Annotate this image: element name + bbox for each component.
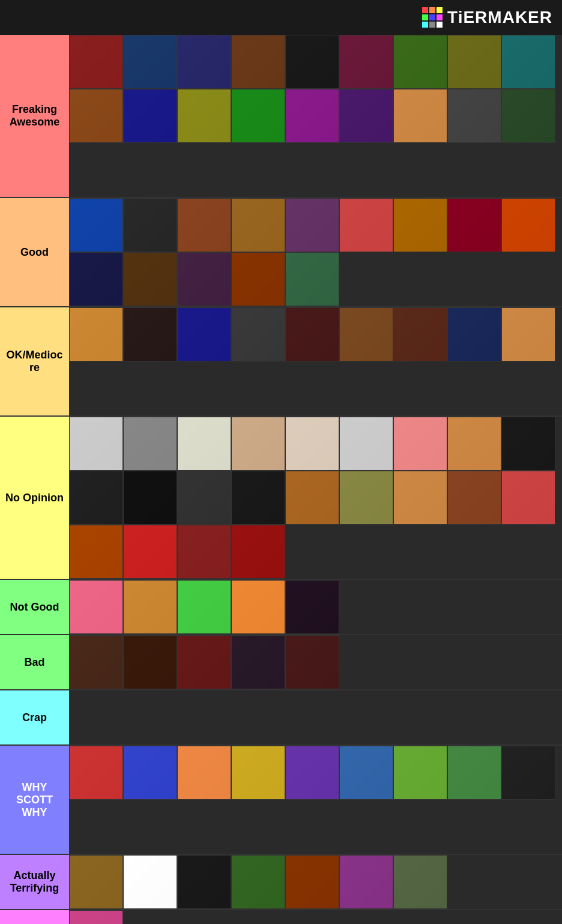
list-item[interactable] <box>447 471 501 525</box>
list-item[interactable] <box>69 635 123 689</box>
list-item[interactable] <box>447 746 501 800</box>
list-item[interactable] <box>231 525 285 579</box>
list-item[interactable] <box>177 471 231 525</box>
tier-label-no-opinion: No Opinion <box>0 417 69 579</box>
list-item[interactable] <box>285 35 339 89</box>
cell-image <box>124 89 177 142</box>
list-item[interactable] <box>177 89 231 143</box>
list-item[interactable] <box>69 417 123 471</box>
list-item[interactable] <box>177 855 231 909</box>
list-item[interactable] <box>123 525 177 579</box>
list-item[interactable] <box>393 89 447 143</box>
list-item[interactable] <box>123 635 177 689</box>
list-item[interactable] <box>339 746 393 800</box>
list-item[interactable] <box>447 417 501 471</box>
list-item[interactable] <box>177 252 231 306</box>
list-item[interactable] <box>501 198 555 252</box>
list-item[interactable] <box>69 855 123 909</box>
list-item[interactable] <box>123 307 177 361</box>
list-item[interactable] <box>231 89 285 143</box>
tier-content-crap <box>69 690 562 744</box>
list-item[interactable] <box>177 307 231 361</box>
list-item[interactable] <box>501 471 555 525</box>
list-item[interactable] <box>231 307 285 361</box>
list-item[interactable] <box>339 417 393 471</box>
list-item[interactable] <box>231 198 285 252</box>
list-item[interactable] <box>177 746 231 800</box>
list-item[interactable] <box>393 746 447 800</box>
list-item[interactable] <box>285 89 339 143</box>
list-item[interactable] <box>231 471 285 525</box>
list-item[interactable] <box>177 635 231 689</box>
list-item[interactable] <box>231 35 285 89</box>
list-item[interactable] <box>393 198 447 252</box>
list-item[interactable] <box>177 198 231 252</box>
list-item[interactable] <box>69 307 123 361</box>
list-item[interactable] <box>447 35 501 89</box>
list-item[interactable] <box>285 635 339 689</box>
list-item[interactable] <box>231 417 285 471</box>
list-item[interactable] <box>501 307 555 361</box>
list-item[interactable] <box>447 307 501 361</box>
list-item[interactable] <box>501 746 555 800</box>
list-item[interactable] <box>285 307 339 361</box>
list-item[interactable] <box>393 855 447 909</box>
list-item[interactable] <box>123 35 177 89</box>
list-item[interactable] <box>123 471 177 525</box>
list-item[interactable] <box>69 252 123 306</box>
list-item[interactable] <box>123 252 177 306</box>
list-item[interactable] <box>393 307 447 361</box>
tier-content-ok-mediocre <box>69 307 562 415</box>
list-item[interactable] <box>69 910 123 924</box>
list-item[interactable] <box>177 580 231 634</box>
list-item[interactable] <box>285 417 339 471</box>
list-item[interactable] <box>285 580 339 634</box>
list-item[interactable] <box>69 746 123 800</box>
list-item[interactable] <box>123 417 177 471</box>
list-item[interactable] <box>177 35 231 89</box>
list-item[interactable] <box>231 855 285 909</box>
list-item[interactable] <box>231 580 285 634</box>
list-item[interactable] <box>285 252 339 306</box>
list-item[interactable] <box>123 89 177 143</box>
list-item[interactable] <box>69 580 123 634</box>
list-item[interactable] <box>177 417 231 471</box>
list-item[interactable] <box>393 471 447 525</box>
list-item[interactable] <box>393 35 447 89</box>
list-item[interactable] <box>69 89 123 143</box>
list-item[interactable] <box>123 746 177 800</box>
list-item[interactable] <box>69 471 123 525</box>
tier-label-bad: Bad <box>0 635 69 689</box>
list-item[interactable] <box>123 198 177 252</box>
list-item[interactable] <box>339 198 393 252</box>
list-item[interactable] <box>123 855 177 909</box>
list-item[interactable] <box>285 855 339 909</box>
tier-row-freaking-awesome: Freaking Awesome <box>0 35 562 198</box>
list-item[interactable] <box>339 855 393 909</box>
list-item[interactable] <box>285 198 339 252</box>
list-item[interactable] <box>231 746 285 800</box>
list-item[interactable] <box>393 417 447 471</box>
list-item[interactable] <box>231 252 285 306</box>
list-item[interactable] <box>231 635 285 689</box>
list-item[interactable] <box>339 35 393 89</box>
list-item[interactable] <box>501 89 555 143</box>
list-item[interactable] <box>447 89 501 143</box>
list-item[interactable] <box>285 746 339 800</box>
cell-image <box>448 471 501 524</box>
list-item[interactable] <box>69 198 123 252</box>
cell-image <box>286 308 339 361</box>
list-item[interactable] <box>501 417 555 471</box>
list-item[interactable] <box>339 307 393 361</box>
list-item[interactable] <box>123 580 177 634</box>
list-item[interactable] <box>177 525 231 579</box>
list-item[interactable] <box>447 198 501 252</box>
cell-image <box>340 746 393 799</box>
list-item[interactable] <box>285 471 339 525</box>
list-item[interactable] <box>69 35 123 89</box>
list-item[interactable] <box>339 471 393 525</box>
list-item[interactable] <box>69 525 123 579</box>
list-item[interactable] <box>339 89 393 143</box>
cell-image <box>70 856 122 908</box>
list-item[interactable] <box>501 35 555 89</box>
